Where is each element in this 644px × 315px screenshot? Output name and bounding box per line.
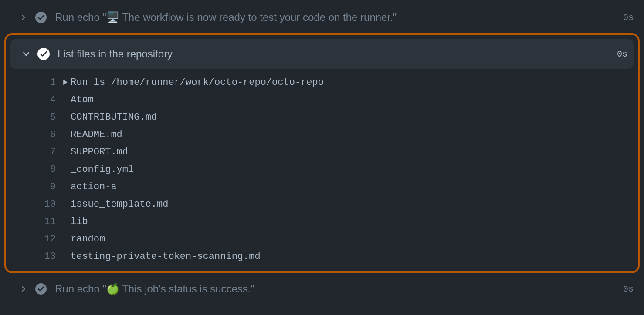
log-line-output: 7SUPPORT.md [10, 144, 634, 161]
step-title: List files in the repository [58, 48, 609, 60]
check-circle-icon [35, 283, 47, 295]
log-line-number: 7 [10, 144, 63, 161]
log-line-output: 11lib [10, 213, 634, 231]
log-line-text: issue_template.md [71, 196, 168, 213]
step-title-prefix: Run echo " [55, 283, 106, 295]
log-line-number: 13 [10, 248, 63, 265]
step-duration: 0s [623, 284, 634, 294]
check-circle-icon [37, 48, 50, 60]
step-header[interactable]: Run echo "🖥️ The workflow is now ready t… [0, 5, 644, 30]
log-line-number: 8 [10, 161, 63, 178]
log-line-number: 12 [10, 231, 63, 248]
step-log: 1 Run ls /home/runner/work/octo-repo/oct… [6, 72, 638, 265]
log-line-number: 4 [10, 91, 63, 109]
log-line-output: 10issue_template.md [10, 196, 634, 213]
log-line-number: 6 [10, 126, 63, 144]
apple-emoji: 🍏 [106, 283, 119, 295]
log-line-number: 5 [10, 109, 63, 126]
workflow-step[interactable]: Run echo "🖥️ The workflow is now ready t… [0, 5, 644, 30]
step-title-prefix: Run echo " [55, 11, 106, 23]
step-title-suffix: This job's status is success." [119, 283, 254, 295]
check-circle-icon [35, 11, 47, 23]
step-title: Run echo "🍏 This job's status is success… [55, 283, 615, 295]
log-line-number: 10 [10, 196, 63, 213]
log-line-output: 5CONTRIBUTING.md [10, 109, 634, 126]
step-duration: 0s [617, 49, 627, 59]
log-line-command[interactable]: 1 Run ls /home/runner/work/octo-repo/oct… [10, 74, 634, 91]
step-header[interactable]: Run echo "🍏 This job's status is success… [0, 277, 644, 301]
log-line-text: CONTRIBUTING.md [71, 109, 157, 126]
log-line-output: 6README.md [10, 126, 634, 144]
step-header[interactable]: List files in the repository 0s [10, 39, 634, 69]
log-line-text: Atom [71, 91, 94, 109]
log-line-output: 8_config.yml [10, 161, 634, 178]
step-duration: 0s [623, 13, 634, 23]
log-line-text: _config.yml [71, 161, 134, 178]
log-line-text: Run ls /home/runner/work/octo-repo/octo-… [71, 74, 324, 91]
log-line-output: 4Atom [10, 91, 634, 109]
log-line-text: lib [71, 213, 88, 231]
workflow-step-expanded: List files in the repository 0s 1 Run ls… [6, 39, 638, 265]
log-line-text: action-a [71, 178, 117, 196]
log-line-output: 12random [10, 231, 634, 248]
workflow-step[interactable]: Run echo "🍏 This job's status is success… [0, 277, 644, 301]
log-line-number: 11 [10, 213, 63, 231]
log-line-output: 9action-a [10, 178, 634, 196]
highlight-frame: List files in the repository 0s 1 Run ls… [4, 33, 640, 273]
chevron-right-icon [18, 284, 29, 294]
log-line-number: 1 [10, 74, 63, 91]
log-line-text: testing-private-token-scanning.md [71, 248, 261, 265]
disclosure-triangle-icon[interactable] [63, 80, 71, 85]
chevron-right-icon [18, 12, 29, 23]
log-line-text: random [71, 231, 105, 248]
log-line-number: 9 [10, 178, 63, 196]
chevron-down-icon [21, 49, 31, 59]
log-line-text: README.md [71, 126, 122, 144]
step-title: Run echo "🖥️ The workflow is now ready t… [55, 11, 615, 24]
log-line-output: 13testing-private-token-scanning.md [10, 248, 634, 265]
step-title-suffix: The workflow is now ready to test your c… [119, 11, 397, 23]
desktop-emoji: 🖥️ [106, 11, 119, 24]
svg-marker-2 [63, 80, 68, 85]
log-line-text: SUPPORT.md [71, 144, 128, 161]
